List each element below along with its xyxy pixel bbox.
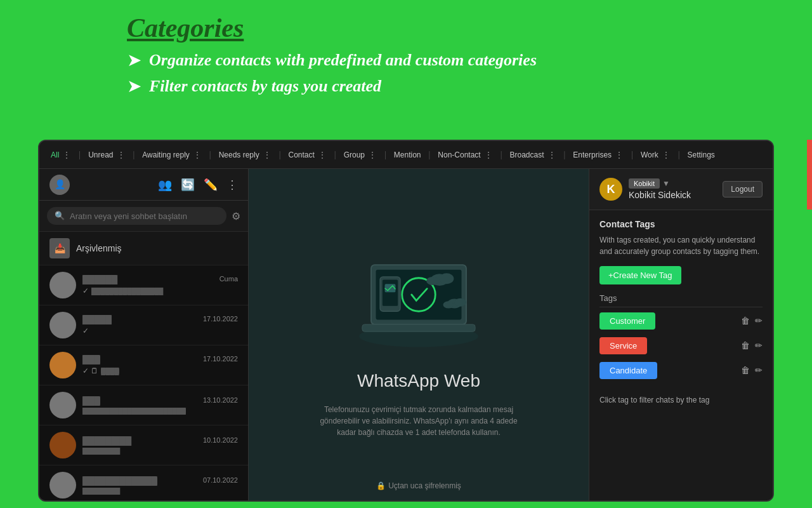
tab-awaiting-dots: ⋮ (193, 150, 202, 160)
sep-5: | (334, 150, 336, 160)
sep-11: | (678, 150, 680, 160)
top-section: Categories ➤ Organize contacts with pred… (0, 0, 812, 108)
tab-non-contact[interactable]: Non-Contact ⋮ (433, 147, 497, 163)
tag-row-candidate: Candidate 🗑 ✏ (599, 362, 763, 379)
tab-enterprises[interactable]: Enterprises ⋮ (568, 147, 629, 163)
avatar (49, 392, 76, 418)
avatar-icon: 👤 (49, 175, 70, 195)
panel-header: K Kobikit ▼ Kobikit Sidekick Logout (589, 169, 773, 210)
tab-non-contact-dots: ⋮ (484, 150, 493, 160)
create-tag-button[interactable]: +Create New Tag (599, 266, 681, 284)
sep-6: | (384, 150, 386, 160)
chat-name: ███ 17.10.2022 (82, 355, 238, 364)
avatar (49, 472, 76, 498)
search-input-wrapper[interactable]: 🔍 (47, 207, 226, 225)
sep-10: | (631, 150, 633, 160)
list-item[interactable]: ███ 13.10.2022 ███████████████████████ (39, 385, 248, 425)
sep-3: | (209, 150, 211, 160)
sep-4: | (279, 150, 281, 160)
chat-time: 13.10.2022 (203, 396, 238, 406)
tab-contact[interactable]: Contact ⋮ (283, 147, 331, 163)
tag-badge-service[interactable]: Service (599, 337, 647, 354)
tab-group[interactable]: Group ⋮ (339, 147, 382, 163)
main-content: 👤 👥 🔄 ✏️ ⋮ 🔍 ⚙ 📥 Arşivlenmiş (39, 169, 773, 500)
list-item[interactable]: █████ 17.10.2022 ✓ (39, 305, 248, 345)
delete-icon[interactable]: 🗑 (741, 316, 750, 326)
tab-awaiting[interactable]: Awaiting reply ⋮ (137, 147, 206, 163)
tags-section: Tags Customer 🗑 ✏ Service 🗑 ✏ (589, 293, 773, 396)
avatar (49, 272, 76, 298)
list-item[interactable]: █████ ███ 10.10.2022 ████ ████ (39, 425, 248, 465)
svg-point-10 (426, 277, 438, 285)
tag-badge-candidate[interactable]: Candidate (599, 362, 657, 379)
tag-row-customer: Customer 🗑 ✏ (599, 312, 763, 330)
chat-name: ███ 13.10.2022 (82, 396, 238, 406)
filter-icon[interactable]: ⚙ (232, 210, 240, 222)
click-tag-hint: Click tag to filter chats by the tag (589, 396, 773, 404)
avatar (49, 432, 76, 458)
arrow-icon-2: ➤ (127, 76, 141, 97)
search-icon: 🔍 (55, 211, 65, 221)
tab-mention[interactable]: Mention (389, 148, 426, 162)
tag-actions-candidate: 🗑 ✏ (741, 365, 763, 376)
tab-unread[interactable]: Unread ⋮ (83, 147, 130, 163)
brand-dropdown[interactable]: Kobikit ▼ (629, 178, 691, 189)
tab-all[interactable]: All ⋮ (46, 147, 76, 163)
chevron-down-icon: ▼ (662, 179, 670, 189)
sep-9: | (564, 150, 566, 160)
archived-item[interactable]: 📥 Arşivlenmiş (39, 232, 248, 265)
svg-point-12 (454, 298, 466, 307)
right-panel: K Kobikit ▼ Kobikit Sidekick Logout Cont… (589, 169, 773, 500)
feature-item-2: ➤ Filter contacts by tags you created (127, 76, 787, 97)
archived-label: Arşivlenmiş (76, 243, 122, 253)
tab-broadcast[interactable]: Broadcast ⋮ (505, 147, 561, 163)
compose-icon[interactable]: ✏️ (204, 178, 218, 192)
chat-time: Cuma (219, 275, 238, 284)
sidebar-header: 👤 👥 🔄 ✏️ ⋮ (39, 169, 248, 201)
contacts-icon[interactable]: 👥 (158, 178, 172, 192)
tab-needs-reply-dots: ⋮ (263, 150, 272, 160)
edit-icon[interactable]: ✏ (755, 316, 763, 326)
tag-badge-customer[interactable]: Customer (599, 312, 655, 330)
sidebar: 👤 👥 🔄 ✏️ ⋮ 🔍 ⚙ 📥 Arşivlenmiş (39, 169, 249, 500)
red-bar (807, 140, 812, 210)
tab-settings[interactable]: Settings (682, 148, 719, 162)
delete-icon[interactable]: 🗑 (741, 341, 750, 351)
tag-actions-customer: 🗑 ✏ (741, 316, 763, 326)
logout-button[interactable]: Logout (723, 181, 763, 197)
chat-area: WhatsApp Web Telefonunuzu çevrimiçi tutm… (249, 169, 589, 500)
list-item[interactable]: ███ 17.10.2022 ✓ 🗒 ████ (39, 345, 248, 385)
archive-icon: 📥 (49, 238, 70, 258)
device-illustration (317, 231, 520, 358)
chat-info: █████ 17.10.2022 ✓ (82, 315, 238, 335)
tab-bar: All ⋮ | Unread ⋮ | Awaiting reply ⋮ | Ne… (39, 141, 773, 169)
tab-unread-dots: ⋮ (117, 150, 126, 160)
menu-icon[interactable]: ⋮ (226, 178, 238, 192)
tag-row-service: Service 🗑 ✏ (599, 337, 763, 354)
refresh-icon[interactable]: 🔄 (181, 178, 195, 192)
chat-preview: ████ ████ (82, 488, 238, 495)
chat-info: ██████ Cuma ✓ ████████████████ (82, 275, 238, 295)
delete-icon[interactable]: 🗑 (741, 366, 750, 376)
sep-1: | (79, 150, 81, 160)
search-input[interactable] (70, 211, 219, 221)
svg-rect-3 (362, 324, 475, 331)
list-item[interactable]: ████ ████ ████ 07.10.2022 ████ ████ (39, 465, 248, 500)
chat-preview: ✓ (82, 326, 238, 335)
device-svg (324, 234, 514, 355)
tags-label: Tags (599, 293, 763, 307)
feature-item-1: ➤ Organize contacts with predefined and … (127, 50, 787, 70)
brand-info: Kobikit ▼ Kobikit Sidekick (629, 178, 691, 200)
brand-tag: Kobikit (629, 178, 660, 189)
feature-text-2: Filter contacts by tags you created (149, 77, 381, 96)
edit-icon[interactable]: ✏ (755, 365, 763, 376)
tab-work[interactable]: Work ⋮ (636, 147, 676, 163)
tab-needs-reply[interactable]: Needs reply ⋮ (214, 147, 277, 163)
tab-all-dots: ⋮ (62, 150, 71, 160)
list-item[interactable]: ██████ Cuma ✓ ████████████████ (39, 265, 248, 305)
avatar (49, 352, 76, 378)
contact-tags-title: Contact Tags (599, 219, 763, 229)
edit-icon[interactable]: ✏ (755, 340, 763, 351)
chat-list: ██████ Cuma ✓ ████████████████ █████ (39, 265, 248, 500)
chat-preview: ███████████████████████ (82, 408, 238, 415)
